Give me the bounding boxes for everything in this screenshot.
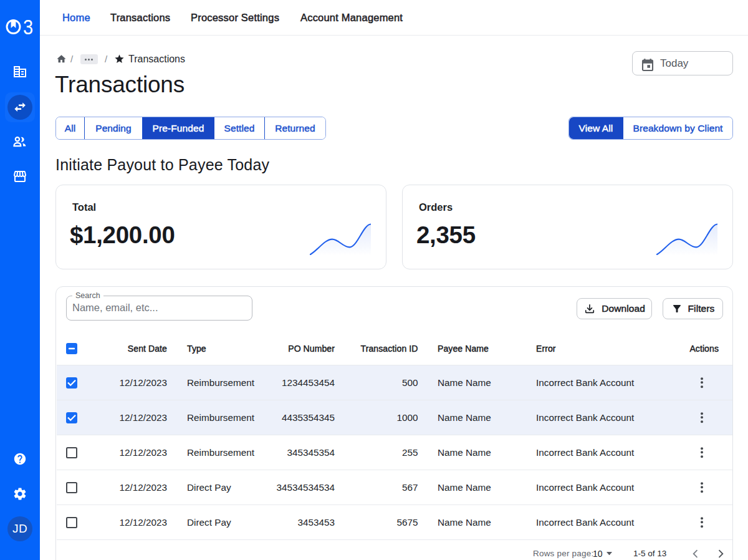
- svg-text:3: 3: [23, 19, 33, 36]
